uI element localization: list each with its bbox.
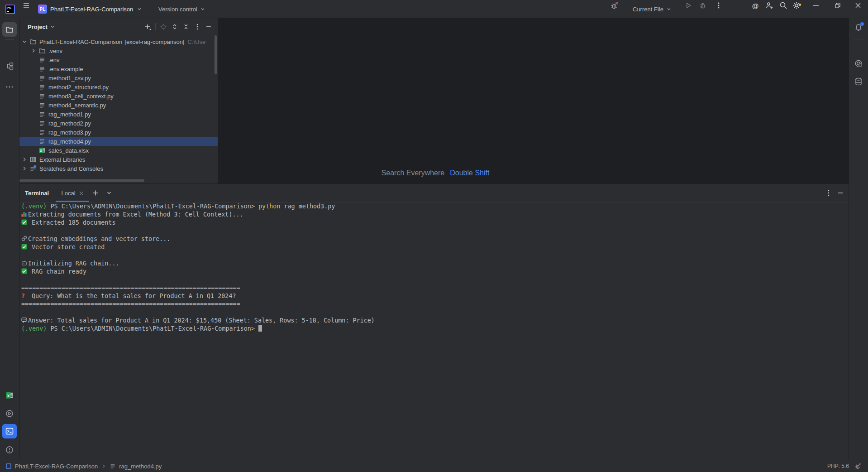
chevron-right-icon[interactable] [21,165,28,172]
ai-assistant-tool-button[interactable] [851,56,866,71]
tree-item-method1-csv.py[interactable]: method1_csv.py [19,73,218,82]
chevron-down-icon [49,24,56,30]
structure-icon [5,62,14,71]
module-icon [5,463,12,469]
terminal-text: Extracting documents from Excel (Method … [28,211,243,218]
new-terminal-tab-button[interactable] [90,188,101,198]
chevron-spacer [30,65,37,72]
check-icon [21,219,28,225]
tree-item-scratches-and-consoles[interactable]: Scratches and Consoles [19,164,218,173]
editor-area[interactable] [218,18,849,183]
tree-item-rag-method2.py[interactable]: rag_method2.py [19,119,218,128]
terminal-text: ========================================… [21,284,240,291]
code-with-me-icon[interactable] [764,0,775,11]
chevron-down-icon [666,6,672,12]
panel-options-icon[interactable] [194,23,201,30]
services-tool-button[interactable] [2,406,17,421]
terminal-text: Query: What is the total sales for Produ… [28,293,236,299]
locate-file-button[interactable] [160,23,167,30]
tree-item-phatlt-excel-rag-comparison[interactable]: PhatLT-Excel-RAG-Comparison[excel-rag-co… [19,37,218,46]
file-icon [38,65,46,72]
ai-assistant-icon[interactable]: @ [750,0,761,11]
terminal-line: Initializing RAG chain... [21,260,840,268]
file-icon [38,74,46,82]
problems-icon [5,445,14,454]
tree-item-external-libraries[interactable]: External Libraries [19,155,218,164]
window-minimize-button[interactable] [809,0,823,11]
chevron-spacer [30,120,37,127]
tree-item-.env[interactable]: .env [19,55,218,64]
project-tool-button[interactable] [2,22,17,37]
terminal-options-icon[interactable] [823,188,834,198]
breadcrumb-project[interactable]: PhatLT-Excel-RAG-Comparison [15,463,98,470]
problems-tool-button[interactable] [2,443,17,457]
tree-item-rag-method3.py[interactable]: rag_method3.py [19,128,218,137]
tree-item-sales-data.xlsx[interactable]: xsales_data.xlsx [19,146,218,155]
tree-item-method3-cell-context.py[interactable]: method3_cell_context.py [19,92,218,101]
tree-item-.env.example[interactable]: .env.example [19,64,218,73]
chevron-right-icon[interactable] [21,156,28,163]
tree-item-.venv[interactable]: .venv [19,46,218,55]
excel-tool-button[interactable]: x [2,388,17,402]
terminal-tab-label: Local [61,190,75,197]
file-icon [38,111,46,118]
breadcrumb-file[interactable]: rag_method4.py [119,463,162,470]
terminal-text: Initializing RAG chain... [28,260,119,267]
settings-update-badge [798,3,801,6]
hide-terminal-button[interactable] [835,188,846,198]
terminal-output[interactable]: (.venv) PS C:\Users\ADMIN\Documents\Phat… [21,202,840,333]
window-restore-button[interactable] [831,0,844,11]
chevron-right-icon[interactable] [30,47,37,54]
svg-text:x: x [7,392,10,398]
terminal-line: ? Query: What is the total sales for Pro… [21,292,840,300]
php-debug-listener-icon[interactable] [609,0,620,11]
tree-item-label: rag_method4.py [48,138,91,145]
database-tool-button[interactable] [851,74,866,89]
file-icon [38,129,46,136]
collapse-all-button[interactable] [182,23,190,30]
project-tree: PhatLT-Excel-RAG-Comparison[excel-rag-co… [19,37,218,173]
terminal-line: Creating embeddings and vector store... [21,235,840,243]
tree-item-rag-method1.py[interactable]: rag_method1.py [19,110,218,119]
project-panel-title-dropdown[interactable]: Project [28,24,56,30]
tree-item-label: rag_method2.py [48,120,91,127]
run-configuration-selector[interactable]: Current File [633,0,672,18]
main-menu-icon[interactable] [21,0,32,11]
debug-listener-status-icon[interactable] [854,462,862,470]
close-tab-icon[interactable] [79,191,84,196]
php-version-widget[interactable]: PHP: 5.6 [827,463,849,469]
terminal-line: Extracting documents from Excel (Method … [21,211,840,219]
tree-item-method4-semantic.py[interactable]: method4_semantic.py [19,101,218,110]
hint-shortcut[interactable]: Double Shift [450,169,489,177]
search-everywhere-icon[interactable] [778,0,789,11]
more-actions-icon[interactable] [713,0,724,11]
settings-icon[interactable] [791,0,802,11]
structure-tool-button[interactable] [2,59,17,73]
notifications-button[interactable] [851,20,866,35]
project-widget[interactable]: PL PhatLT-Excel-RAG-Comparison [38,0,143,18]
expand-all-button[interactable] [171,23,178,30]
chevron-down-icon[interactable] [21,38,28,45]
folder-icon [29,38,37,45]
notification-badge [860,22,864,26]
debug-button[interactable] [697,0,708,11]
tree-item-rag-method4.py[interactable]: rag_method4.py [19,137,218,146]
ai-swirl-icon [854,59,863,68]
scratch-icon [29,165,37,172]
project-horizontal-scrollbar[interactable] [19,179,144,182]
add-button[interactable] [144,23,151,30]
version-control-widget[interactable]: Version control [158,0,206,18]
run-button[interactable] [683,0,694,11]
more-tool-windows-button[interactable] [2,80,17,94]
window-close-button[interactable] [851,0,865,11]
terminal-tab-local[interactable]: Local [56,184,89,202]
project-vertical-scrollbar[interactable] [215,35,217,74]
chevron-spacer [30,101,37,109]
tree-item-label: .env [48,57,60,63]
tree-item-method2-structured.py[interactable]: method2_structured.py [19,82,218,92]
hide-panel-button[interactable] [205,23,212,30]
terminal-tab-dropdown-icon[interactable] [104,188,114,198]
terminal-tool-button[interactable] [2,424,17,438]
status-bar: PhatLT-Excel-RAG-Comparison rag_method4.… [0,460,868,472]
phpstorm-logo-icon: PS [5,0,15,18]
